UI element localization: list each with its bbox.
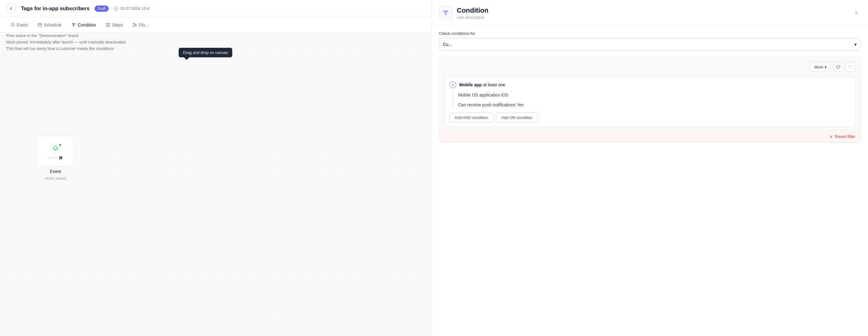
- svg-rect-4: [108, 25, 110, 27]
- more-chevron-icon: ▾: [825, 65, 827, 69]
- condition-group-header: + Mobile app at least one: [450, 81, 850, 88]
- event-node[interactable]: [37, 136, 74, 166]
- conditions-dropdown[interactable]: Cu... ▾: [439, 38, 861, 51]
- panel-subtitle: Add description: [457, 15, 489, 20]
- condition-row-1: Mobile OS application iOS: [458, 91, 850, 99]
- event-node-icon: [50, 143, 61, 154]
- back-button[interactable]: [6, 4, 16, 13]
- svg-rect-0: [38, 23, 41, 27]
- redo-icon: [848, 65, 852, 69]
- calendar-icon: [38, 23, 42, 27]
- reset-filter-row: ✕ Reset filter: [439, 131, 860, 142]
- connector-dot: [59, 156, 62, 159]
- tab-steps[interactable]: Steps: [101, 20, 127, 30]
- more-label: More: [814, 65, 823, 69]
- event-node-label: Event: [50, 169, 61, 174]
- condition-filter-icon: [71, 23, 76, 27]
- panel-content: Check conditions for Cu... ▾ More ▾: [432, 25, 868, 336]
- add-or-condition-button[interactable]: Add OR condition: [496, 113, 538, 122]
- event-node-sublabel: Action added: [45, 176, 66, 180]
- redo-button[interactable]: [845, 62, 856, 72]
- more-button[interactable]: More ▾: [810, 62, 831, 72]
- svg-rect-2: [108, 23, 110, 24]
- condition-container: More ▾: [439, 57, 861, 142]
- page-title: Tags for in-app subscribers: [21, 5, 90, 12]
- close-button[interactable]: ×: [852, 9, 861, 17]
- header: Tags for in-app subscribers Draft 01.07.…: [0, 0, 431, 17]
- panel-icon-box: [439, 6, 453, 20]
- tabs-bar: Event Schedule Condition Steps: [0, 17, 431, 33]
- dropdown-value: Cu...: [443, 42, 452, 47]
- draft-badge: Draft: [95, 5, 109, 12]
- refresh-button[interactable]: [833, 62, 843, 72]
- connector-line: [49, 158, 58, 158]
- dropdown-arrow-icon: ▾: [855, 42, 857, 47]
- bell-node-icon: [53, 145, 58, 151]
- tab-condition-label: Condition: [78, 23, 96, 27]
- info-line1: Flow active in the "Demonstration" brand: [6, 33, 148, 39]
- panel-filter-icon: [442, 9, 449, 16]
- canvas: Tags for in-app subscribers Draft 01.07.…: [0, 0, 431, 336]
- info-line2: Work period: immediately after launch — …: [6, 39, 148, 46]
- save-timestamp: 01.07.2024 13:4: [120, 6, 149, 11]
- panel-title-block: Condition Add description: [457, 6, 489, 20]
- tab-event-label: Event: [17, 23, 28, 27]
- add-and-condition-button[interactable]: Add AND condition: [450, 113, 493, 122]
- condition-actions: Add AND condition Add OR condition: [450, 113, 850, 122]
- right-panel: Condition Add description × Check condit…: [431, 0, 868, 336]
- condition-group-title-rest: at least one: [482, 82, 505, 87]
- tab-steps-label: Steps: [112, 23, 123, 27]
- info-area: Flow active in the "Demonstration" brand…: [6, 33, 148, 52]
- panel-title-area: Condition Add description: [439, 6, 489, 20]
- reset-filter-x-icon: ✕: [830, 134, 833, 139]
- info-line3: This flow will run every time a customer…: [6, 46, 148, 52]
- condition-toolbar: More ▾: [444, 62, 856, 72]
- svg-rect-1: [106, 23, 107, 24]
- panel-header: Condition Add description ×: [432, 0, 868, 25]
- drag-tooltip: Drag and drop on canvas: [179, 48, 232, 57]
- tab-flow[interactable]: Flo...: [128, 20, 153, 30]
- tab-flow-label: Flo...: [139, 23, 149, 27]
- svg-point-7: [133, 26, 134, 27]
- condition-row-2: Can receive push notifications Yes: [458, 101, 850, 109]
- svg-rect-3: [106, 25, 107, 27]
- event-node-status-dot: [59, 143, 62, 146]
- tab-condition[interactable]: Condition: [67, 20, 100, 30]
- tab-event[interactable]: Event: [6, 20, 32, 30]
- svg-point-5: [133, 23, 134, 24]
- steps-icon: [106, 23, 110, 27]
- tab-schedule-label: Schedule: [44, 23, 62, 27]
- refresh-icon: [836, 65, 840, 69]
- reset-filter-button[interactable]: ✕ Reset filter: [830, 134, 856, 139]
- condition-group: + Mobile app at least one Mobile OS appl…: [444, 77, 856, 127]
- check-conditions-label: Check conditions for: [439, 31, 861, 36]
- condition-rows: Mobile OS application iOS Can receive pu…: [453, 91, 850, 109]
- reset-filter-label: Reset filter: [835, 134, 856, 139]
- bell-icon: [10, 23, 15, 27]
- tab-schedule[interactable]: Schedule: [33, 20, 66, 30]
- panel-title: Condition: [457, 6, 489, 15]
- add-condition-icon[interactable]: +: [450, 81, 456, 88]
- condition-group-title-bold: Mobile app: [459, 82, 482, 87]
- save-status: 01.07.2024 13:4: [114, 6, 149, 11]
- flow-icon: [133, 23, 137, 27]
- condition-group-title: Mobile app at least one: [459, 82, 505, 87]
